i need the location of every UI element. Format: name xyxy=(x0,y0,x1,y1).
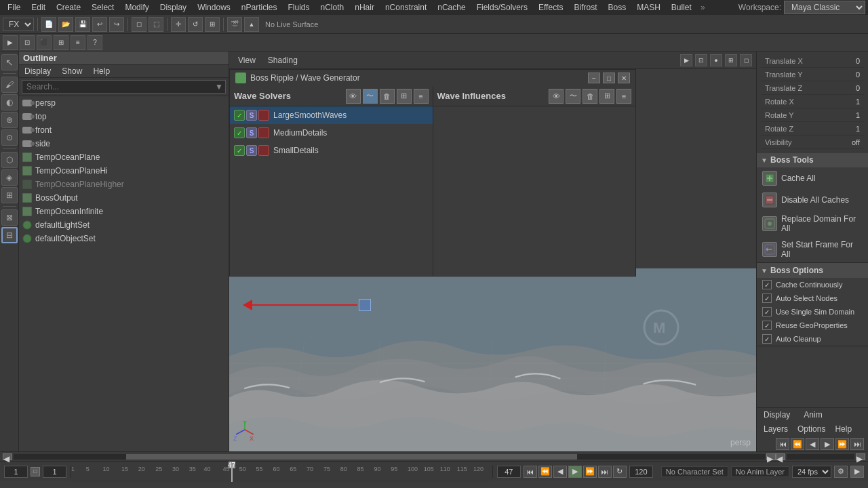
tree-item-side[interactable]: side xyxy=(19,137,229,150)
vp-icon2[interactable]: ⊡ xyxy=(695,54,707,66)
tree-item-defaultlightset[interactable]: defaultLightSet xyxy=(19,218,229,232)
pb-play[interactable]: ▶ xyxy=(568,466,582,478)
wave-solver-smalldetails[interactable]: ✓ S SmallDetails xyxy=(230,142,433,159)
move-tool[interactable]: ✛ xyxy=(171,17,186,32)
prev-key-btn[interactable]: ◀ xyxy=(806,438,819,450)
pb-prev-end[interactable]: ⏮ xyxy=(524,466,537,478)
3d-viewport[interactable]: X Y Z persp xyxy=(229,268,756,451)
menu-fluids[interactable]: Fluids xyxy=(283,1,315,14)
tree-item-persp[interactable]: persp xyxy=(19,96,229,110)
cache-all-item[interactable]: Cache All xyxy=(757,167,868,189)
workspace-select[interactable]: Maya Classic xyxy=(784,1,865,14)
vp-shading-menu[interactable]: Shading xyxy=(263,54,302,66)
tb2-btn5[interactable]: ≡ xyxy=(71,35,85,50)
tb2-btn2[interactable]: ⊡ xyxy=(20,35,35,50)
reuse-geo-option[interactable]: Reuse GeoProperties xyxy=(757,319,868,332)
auto-cleanup-option[interactable]: Auto Cleanup xyxy=(757,332,868,346)
display-tab[interactable]: Display xyxy=(757,408,797,422)
vp-view-menu[interactable]: View xyxy=(233,54,260,66)
frame-display[interactable] xyxy=(43,466,66,478)
undo-btn[interactable]: ↩ xyxy=(92,17,107,32)
fx-dropdown[interactable]: FX xyxy=(3,18,34,31)
ws-grid-icon[interactable]: ⊞ xyxy=(397,89,412,104)
menu-nhair[interactable]: nHair xyxy=(350,1,379,14)
pb-prev-frame[interactable]: ⏪ xyxy=(538,466,552,478)
select-btn[interactable]: ↖ xyxy=(1,54,18,70)
menu-ncache[interactable]: nCache xyxy=(433,1,470,14)
ws-delete-icon[interactable]: 🗑 xyxy=(380,89,395,104)
save-scene-btn[interactable]: 💾 xyxy=(75,17,90,32)
prev-end-btn[interactable]: ⏮ xyxy=(776,438,789,450)
ws-menu-icon[interactable]: ≡ xyxy=(414,89,429,104)
anim-tab[interactable]: Anim xyxy=(797,408,829,422)
tree-item-tempoceaninfinite[interactable]: TempOceanInfinite xyxy=(19,205,229,218)
outliner-show-menu[interactable]: Show xyxy=(56,65,87,77)
select-tool[interactable]: ◻ xyxy=(132,17,146,32)
timeline-settings-btn[interactable]: ⚙ xyxy=(834,466,848,478)
menu-edit[interactable]: Edit xyxy=(26,1,50,14)
tree-item-tempoceanplane[interactable]: TempOceanPlane xyxy=(19,150,229,164)
vp-icon1[interactable]: ▶ xyxy=(680,54,692,66)
use-single-domain-option[interactable]: Use Single Sim Domain xyxy=(757,305,868,319)
render-btn[interactable]: 🎬 xyxy=(227,17,242,32)
cache-continuously-option[interactable]: Cache Continuously xyxy=(757,278,868,291)
tb2-btn1[interactable]: ▶ xyxy=(3,35,18,50)
dialog-minimize-btn[interactable]: − xyxy=(588,73,600,83)
options-subtab[interactable]: Options xyxy=(795,423,828,435)
tree-item-tempoceanplanehi[interactable]: TempOceanPlaneHi xyxy=(19,164,229,178)
tb2-btn3[interactable]: ⬛ xyxy=(37,35,52,50)
menu-bifrost[interactable]: Bifrost xyxy=(569,1,601,14)
lt-btn6[interactable]: ⬡ xyxy=(1,152,18,168)
timeline-play-btn[interactable]: ▶ xyxy=(850,466,864,478)
lasso-tool[interactable]: ⬚ xyxy=(149,17,163,32)
new-scene-btn[interactable]: 📄 xyxy=(41,17,56,32)
menu-fields[interactable]: Fields/Solvers xyxy=(472,1,532,14)
reuse-geo-checkbox[interactable] xyxy=(762,321,772,330)
outliner-search-input[interactable] xyxy=(22,80,226,94)
use-single-domain-checkbox[interactable] xyxy=(762,307,772,317)
menu-create[interactable]: Create xyxy=(52,1,85,14)
cache-continuously-checkbox[interactable] xyxy=(762,280,772,289)
tree-item-front[interactable]: front xyxy=(19,123,229,137)
menu-effects[interactable]: Effects xyxy=(534,1,568,14)
tb2-btn6[interactable]: ? xyxy=(87,35,102,50)
rotate-tool[interactable]: ↺ xyxy=(188,17,203,32)
pb-next-key[interactable]: ⏩ xyxy=(583,466,597,478)
lt-btn10[interactable]: ⊟ xyxy=(1,227,18,243)
cloth-btn[interactable]: ⊛ xyxy=(1,112,18,128)
menu-nconstraint[interactable]: nConstraint xyxy=(380,1,431,14)
frame-thumb[interactable]: □ xyxy=(31,467,40,476)
snap-surface-btn[interactable]: ▲ xyxy=(244,17,259,32)
menu-windows[interactable]: Windows xyxy=(193,1,235,14)
ws-eye-icon[interactable]: 👁 xyxy=(346,89,361,104)
auto-cleanup-checkbox[interactable] xyxy=(762,334,772,344)
menu-boss[interactable]: Boss xyxy=(603,1,631,14)
menu-display[interactable]: Display xyxy=(155,1,191,14)
timeline-scroll-right[interactable]: ▶ xyxy=(766,453,776,460)
menu-modify[interactable]: Modify xyxy=(120,1,153,14)
disable-all-caches-item[interactable]: Disable All Caches xyxy=(757,189,868,211)
scale-tool[interactable]: ⊞ xyxy=(205,17,220,32)
outliner-display-menu[interactable]: Display xyxy=(19,65,56,77)
menu-bullet[interactable]: Bullet xyxy=(667,1,696,14)
tree-item-tempoceanplanehigher[interactable]: TempOceanPlaneHigher xyxy=(19,178,229,191)
wi-menu-icon[interactable]: ≡ xyxy=(616,89,631,104)
wi-eye-icon[interactable]: 👁 xyxy=(549,89,564,104)
menu-ncloth[interactable]: nCloth xyxy=(316,1,349,14)
timeline-ruler[interactable]: 1 5 10 15 20 25 30 35 40 45 50 55 60 65 … xyxy=(71,462,492,482)
wi-wave-icon[interactable]: 〜 xyxy=(566,89,580,104)
boss-tools-section-header[interactable]: ▼ Boss Tools xyxy=(757,152,868,167)
pb-loop[interactable]: ↻ xyxy=(613,466,627,478)
playback-start-input[interactable] xyxy=(497,466,521,478)
tb2-btn4[interactable]: ⊞ xyxy=(54,35,68,50)
playback-end-input[interactable] xyxy=(629,466,653,478)
search-dropdown-icon[interactable]: ▼ xyxy=(215,82,223,92)
vp-icon4[interactable]: ⊞ xyxy=(725,54,737,66)
dialog-close-btn[interactable]: ✕ xyxy=(618,73,630,83)
outliner-help-menu[interactable]: Help xyxy=(87,65,115,77)
menu-select[interactable]: Select xyxy=(87,1,119,14)
fps-select[interactable]: 24 fps xyxy=(792,466,831,478)
next-end-btn[interactable]: ⏭ xyxy=(850,438,864,450)
lt-btn5[interactable]: ⊙ xyxy=(1,129,18,146)
prev-frame-btn[interactable]: ⏪ xyxy=(791,438,804,450)
